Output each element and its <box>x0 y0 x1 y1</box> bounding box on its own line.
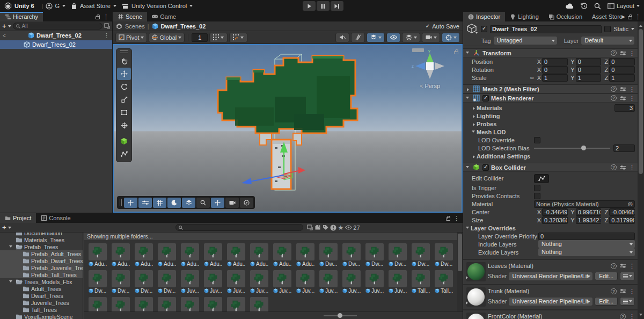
physics-material-field[interactable]: None (Physics Material) ◎ <box>534 200 635 208</box>
kebab-menu-icon[interactable]: ⋮ <box>103 14 109 19</box>
overlay-drag-handle[interactable] <box>120 199 122 206</box>
edit-shader-button[interactable]: Edit... <box>595 272 618 280</box>
kebab-menu-icon[interactable]: ⋮ <box>635 14 641 19</box>
kebab-menu-icon[interactable]: ⋮ <box>629 263 635 269</box>
scene-viewport[interactable]: y z < Persp <box>113 44 463 213</box>
presets-icon[interactable] <box>620 288 626 294</box>
center-x-field[interactable]: -0.346497 <box>542 208 568 216</box>
tree-item-prefab-tall-trees[interactable]: Prefab_Tall_Trees <box>0 271 83 278</box>
create-asset-button[interactable]: + <box>2 225 6 230</box>
tab-project[interactable]: Project <box>0 213 36 223</box>
help-icon[interactable]: ? <box>611 86 617 92</box>
center-y-field[interactable]: 0.9967103 <box>576 208 602 216</box>
asset-tile[interactable]: Juv... <box>365 270 384 294</box>
pause-button[interactable] <box>317 1 330 11</box>
overlay-drag-handle[interactable] <box>120 50 128 53</box>
mesh-filter-header[interactable]: Mesh 2 (Mesh Filter) ?⋮ <box>463 84 638 93</box>
asset-tile[interactable]: Juv... <box>319 270 338 294</box>
thumbnail-size-slider[interactable] <box>324 315 357 316</box>
asset-tile[interactable]: Juv... <box>296 270 314 294</box>
orientation-gizmo[interactable]: y z < Persp <box>406 48 454 89</box>
transform-header[interactable]: Transform ?⋮ <box>463 48 638 57</box>
materials-row[interactable]: Materials 3 <box>463 104 638 112</box>
lod-override-checkbox[interactable] <box>534 137 540 143</box>
gameobject-cube-icon[interactable] <box>466 24 478 34</box>
tab-inspector[interactable]: Inspector <box>463 12 505 21</box>
kebab-menu-icon[interactable]: ⋮ <box>629 288 635 294</box>
position-z-field[interactable]: 0 <box>609 58 635 66</box>
tab-game[interactable]: Game <box>147 12 181 21</box>
version-control-menu[interactable]: Unity Version Control <box>122 3 193 9</box>
asset-tile[interactable]: Dw... <box>158 270 176 294</box>
shader-list-button[interactable] <box>620 297 635 306</box>
tree-item-voxelexmplescene[interactable]: VoxelExmpleScene <box>0 313 83 319</box>
presets-icon[interactable] <box>620 165 626 170</box>
asset-tile[interactable]: Dw... <box>89 270 107 294</box>
asset-store-menu[interactable]: Asset Store <box>71 3 116 10</box>
scene-visibility-button[interactable] <box>386 33 400 42</box>
exclude-layers-dropdown[interactable]: Nothing <box>538 248 635 256</box>
asset-tile[interactable]: Adu... <box>273 243 291 267</box>
help-icon[interactable]: ? <box>611 164 617 170</box>
scene-lighting-button[interactable] <box>351 33 365 42</box>
asset-tile[interactable]: Tall... <box>412 270 430 294</box>
add-object-button[interactable]: + <box>2 24 6 29</box>
static-dropdown[interactable] <box>631 28 634 32</box>
hidden-count-icon[interactable] <box>330 224 336 231</box>
shader-list-button[interactable] <box>620 272 635 280</box>
foldout-icon[interactable] <box>466 164 471 171</box>
rotate-tool[interactable] <box>117 81 131 93</box>
tab-scene[interactable]: Scene <box>113 12 147 21</box>
mesh-renderer-enabled-checkbox[interactable] <box>482 95 489 102</box>
grid-visual-button[interactable] <box>209 33 228 42</box>
tree-item-documentation[interactable]: Documentation <box>0 233 83 236</box>
unity-menu[interactable]: Unity 6 <box>4 2 34 10</box>
visibility-toggle[interactable]: 27 <box>345 224 360 231</box>
effects-toggle-button[interactable] <box>367 33 385 42</box>
asset-tile[interactable]: Juv... <box>389 270 407 294</box>
shader-dropdown[interactable]: Universal Render Pipeline/Lit <box>509 272 592 280</box>
static-checkbox[interactable] <box>604 26 611 32</box>
size-z-field[interactable]: 0.3179999 <box>609 216 635 224</box>
view-options-overlay-button[interactable] <box>182 198 195 208</box>
scale-x-field[interactable]: 1 <box>542 74 568 82</box>
foldout-icon[interactable] <box>472 105 477 111</box>
active-checkbox[interactable] <box>481 26 487 32</box>
foldout-icon[interactable] <box>465 299 470 306</box>
presets-icon[interactable] <box>620 263 626 269</box>
kebab-menu-icon[interactable]: ⋮ <box>453 215 459 221</box>
asset-tile[interactable]: Tall... <box>435 270 453 294</box>
camera-settings-button[interactable] <box>422 33 440 42</box>
asset-tile[interactable]: Dw... <box>319 243 338 267</box>
is-trigger-checkbox[interactable] <box>534 185 540 191</box>
edit-collider-button[interactable] <box>534 174 549 183</box>
asset-tile[interactable]: Adu... <box>296 243 314 267</box>
asset-tile[interactable]: Dw... <box>112 270 130 294</box>
rotation-x-field[interactable]: 0 <box>542 66 568 74</box>
tab-console[interactable]: Console <box>36 213 75 223</box>
asset-tile[interactable]: Juv... <box>250 270 268 294</box>
mesh-lod-foldout-row[interactable]: Mesh LOD <box>463 128 638 136</box>
lock-icon[interactable] <box>96 16 100 19</box>
move-overlay-button[interactable] <box>211 198 224 208</box>
search-overlay-button[interactable] <box>196 198 210 208</box>
uniform-scale-link-icon[interactable]: ∞ <box>530 75 534 81</box>
asset-tile[interactable]: Juv... <box>273 270 291 294</box>
tab-hierarchy[interactable]: Hierarchy <box>0 12 43 21</box>
grid-overlay-button[interactable] <box>153 198 166 208</box>
asset-tile[interactable]: Adu... <box>204 243 222 267</box>
asset-tile[interactable]: Dw... <box>135 270 153 294</box>
layers-button[interactable] <box>402 33 420 42</box>
tree-item-tall-trees[interactable]: Tall_Trees <box>0 306 83 313</box>
create-asset-dropdown[interactable] <box>8 227 11 230</box>
step-button[interactable] <box>331 1 343 11</box>
asset-tile[interactable]: Adu... <box>250 243 268 267</box>
presets-icon[interactable] <box>620 86 626 92</box>
hierarchy-search-input[interactable]: All <box>13 23 103 30</box>
rotation-z-field[interactable]: 0 <box>609 66 635 74</box>
asset-tile[interactable]: Dw... <box>342 243 361 267</box>
asset-tile[interactable]: Juv... <box>204 270 222 294</box>
tree-item-prefab-dwarf-trees[interactable]: Prefab_Dwarf_Trees <box>0 257 83 264</box>
lock-icon[interactable] <box>446 218 450 221</box>
asset-tile[interactable]: Adu... <box>135 243 153 267</box>
